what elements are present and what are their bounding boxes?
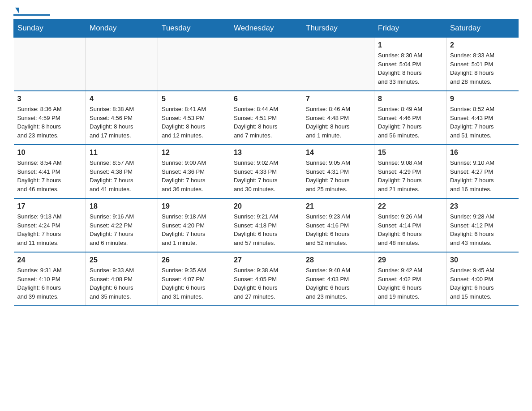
day-cell: 3Sunrise: 8:36 AM Sunset: 4:59 PM Daylig… xyxy=(14,91,86,145)
day-cell: 8Sunrise: 8:49 AM Sunset: 4:46 PM Daylig… xyxy=(374,91,446,145)
day-cell: 30Sunrise: 9:45 AM Sunset: 4:00 PM Dayli… xyxy=(446,252,519,306)
day-cell: 16Sunrise: 9:10 AM Sunset: 4:27 PM Dayli… xyxy=(446,145,519,198)
day-cell: 12Sunrise: 9:00 AM Sunset: 4:36 PM Dayli… xyxy=(158,145,230,198)
day-number: 12 xyxy=(162,149,226,157)
day-cell: 13Sunrise: 9:02 AM Sunset: 4:33 PM Dayli… xyxy=(230,145,302,198)
day-info: Sunrise: 9:02 AM Sunset: 4:33 PM Dayligh… xyxy=(234,158,298,193)
day-cell: 14Sunrise: 9:05 AM Sunset: 4:31 PM Dayli… xyxy=(302,145,374,198)
day-number: 24 xyxy=(17,256,82,264)
day-info: Sunrise: 8:57 AM Sunset: 4:38 PM Dayligh… xyxy=(90,158,154,193)
day-info: Sunrise: 8:36 AM Sunset: 4:59 PM Dayligh… xyxy=(17,105,82,140)
day-number: 9 xyxy=(450,95,515,103)
calendar-body: 1Sunrise: 8:30 AM Sunset: 5:04 PM Daylig… xyxy=(14,38,519,306)
day-info: Sunrise: 9:28 AM Sunset: 4:12 PM Dayligh… xyxy=(450,212,515,247)
header-sunday: Sunday xyxy=(14,19,86,38)
day-number: 11 xyxy=(90,149,154,157)
day-cell: 22Sunrise: 9:26 AM Sunset: 4:14 PM Dayli… xyxy=(374,198,446,252)
calendar-table: SundayMondayTuesdayWednesdayThursdayFrid… xyxy=(13,19,519,306)
day-info: Sunrise: 8:30 AM Sunset: 5:04 PM Dayligh… xyxy=(378,51,442,86)
day-number: 27 xyxy=(234,256,298,264)
day-number: 29 xyxy=(378,256,442,264)
day-cell: 11Sunrise: 8:57 AM Sunset: 4:38 PM Dayli… xyxy=(86,145,158,198)
day-cell: 25Sunrise: 9:33 AM Sunset: 4:08 PM Dayli… xyxy=(86,252,158,306)
day-cell: 15Sunrise: 9:08 AM Sunset: 4:29 PM Dayli… xyxy=(374,145,446,198)
day-cell: 7Sunrise: 8:46 AM Sunset: 4:48 PM Daylig… xyxy=(302,91,374,145)
day-number: 1 xyxy=(378,41,442,49)
day-info: Sunrise: 8:38 AM Sunset: 4:56 PM Dayligh… xyxy=(90,105,154,140)
day-number: 20 xyxy=(234,202,298,210)
day-number: 26 xyxy=(162,256,226,264)
day-number: 16 xyxy=(450,149,515,157)
day-cell: 20Sunrise: 9:21 AM Sunset: 4:18 PM Dayli… xyxy=(230,198,302,252)
logo xyxy=(13,9,50,14)
day-cell: 28Sunrise: 9:40 AM Sunset: 4:03 PM Dayli… xyxy=(302,252,374,306)
day-number: 21 xyxy=(306,202,370,210)
logo-triangle-icon xyxy=(15,8,19,14)
day-cell xyxy=(158,38,230,91)
day-number: 19 xyxy=(162,202,226,210)
header-row: SundayMondayTuesdayWednesdayThursdayFrid… xyxy=(14,19,519,38)
header-wednesday: Wednesday xyxy=(230,19,302,38)
day-number: 28 xyxy=(306,256,370,264)
day-cell: 17Sunrise: 9:13 AM Sunset: 4:24 PM Dayli… xyxy=(14,198,86,252)
day-cell: 27Sunrise: 9:38 AM Sunset: 4:05 PM Dayli… xyxy=(230,252,302,306)
day-number: 13 xyxy=(234,149,298,157)
day-cell xyxy=(230,38,302,91)
day-info: Sunrise: 9:26 AM Sunset: 4:14 PM Dayligh… xyxy=(378,212,442,247)
week-row-0: 1Sunrise: 8:30 AM Sunset: 5:04 PM Daylig… xyxy=(14,38,519,91)
day-info: Sunrise: 9:16 AM Sunset: 4:22 PM Dayligh… xyxy=(90,212,154,247)
day-info: Sunrise: 9:40 AM Sunset: 4:03 PM Dayligh… xyxy=(306,266,370,301)
day-number: 2 xyxy=(450,41,515,49)
day-info: Sunrise: 9:38 AM Sunset: 4:05 PM Dayligh… xyxy=(234,266,298,301)
day-cell: 5Sunrise: 8:41 AM Sunset: 4:53 PM Daylig… xyxy=(158,91,230,145)
day-cell: 9Sunrise: 8:52 AM Sunset: 4:43 PM Daylig… xyxy=(446,91,519,145)
day-info: Sunrise: 8:41 AM Sunset: 4:53 PM Dayligh… xyxy=(162,105,226,140)
day-cell: 23Sunrise: 9:28 AM Sunset: 4:12 PM Dayli… xyxy=(446,198,519,252)
week-row-1: 3Sunrise: 8:36 AM Sunset: 4:59 PM Daylig… xyxy=(14,91,519,145)
day-number: 8 xyxy=(378,95,442,103)
day-info: Sunrise: 8:33 AM Sunset: 5:01 PM Dayligh… xyxy=(450,51,515,86)
week-row-3: 17Sunrise: 9:13 AM Sunset: 4:24 PM Dayli… xyxy=(14,198,519,252)
day-cell: 19Sunrise: 9:18 AM Sunset: 4:20 PM Dayli… xyxy=(158,198,230,252)
day-info: Sunrise: 9:18 AM Sunset: 4:20 PM Dayligh… xyxy=(162,212,226,247)
day-info: Sunrise: 9:31 AM Sunset: 4:10 PM Dayligh… xyxy=(17,266,82,301)
header xyxy=(13,9,519,14)
day-info: Sunrise: 9:00 AM Sunset: 4:36 PM Dayligh… xyxy=(162,158,226,193)
calendar-header: SundayMondayTuesdayWednesdayThursdayFrid… xyxy=(14,19,519,38)
day-info: Sunrise: 9:08 AM Sunset: 4:29 PM Dayligh… xyxy=(378,158,442,193)
header-saturday: Saturday xyxy=(446,19,519,38)
day-number: 17 xyxy=(17,202,82,210)
day-number: 7 xyxy=(306,95,370,103)
day-cell: 18Sunrise: 9:16 AM Sunset: 4:22 PM Dayli… xyxy=(86,198,158,252)
day-info: Sunrise: 9:42 AM Sunset: 4:02 PM Dayligh… xyxy=(378,266,442,301)
day-cell: 4Sunrise: 8:38 AM Sunset: 4:56 PM Daylig… xyxy=(86,91,158,145)
header-thursday: Thursday xyxy=(302,19,374,38)
day-cell: 2Sunrise: 8:33 AM Sunset: 5:01 PM Daylig… xyxy=(446,38,519,91)
day-number: 15 xyxy=(378,149,442,157)
day-number: 25 xyxy=(90,256,154,264)
day-info: Sunrise: 9:35 AM Sunset: 4:07 PM Dayligh… xyxy=(162,266,226,301)
day-info: Sunrise: 8:49 AM Sunset: 4:46 PM Dayligh… xyxy=(378,105,442,140)
day-cell: 10Sunrise: 8:54 AM Sunset: 4:41 PM Dayli… xyxy=(14,145,86,198)
day-info: Sunrise: 8:52 AM Sunset: 4:43 PM Dayligh… xyxy=(450,105,515,140)
day-number: 23 xyxy=(450,202,515,210)
day-cell: 21Sunrise: 9:23 AM Sunset: 4:16 PM Dayli… xyxy=(302,198,374,252)
day-number: 3 xyxy=(17,95,82,103)
day-info: Sunrise: 8:46 AM Sunset: 4:48 PM Dayligh… xyxy=(306,105,370,140)
week-row-4: 24Sunrise: 9:31 AM Sunset: 4:10 PM Dayli… xyxy=(14,252,519,306)
day-number: 14 xyxy=(306,149,370,157)
day-info: Sunrise: 8:54 AM Sunset: 4:41 PM Dayligh… xyxy=(17,158,82,193)
day-info: Sunrise: 9:21 AM Sunset: 4:18 PM Dayligh… xyxy=(234,212,298,247)
day-info: Sunrise: 9:13 AM Sunset: 4:24 PM Dayligh… xyxy=(17,212,82,247)
day-info: Sunrise: 8:44 AM Sunset: 4:51 PM Dayligh… xyxy=(234,105,298,140)
day-number: 22 xyxy=(378,202,442,210)
day-info: Sunrise: 9:05 AM Sunset: 4:31 PM Dayligh… xyxy=(306,158,370,193)
day-cell: 1Sunrise: 8:30 AM Sunset: 5:04 PM Daylig… xyxy=(374,38,446,91)
day-cell: 24Sunrise: 9:31 AM Sunset: 4:10 PM Dayli… xyxy=(14,252,86,306)
day-cell xyxy=(14,38,86,91)
week-row-2: 10Sunrise: 8:54 AM Sunset: 4:41 PM Dayli… xyxy=(14,145,519,198)
day-info: Sunrise: 9:10 AM Sunset: 4:27 PM Dayligh… xyxy=(450,158,515,193)
day-cell xyxy=(302,38,374,91)
day-cell: 29Sunrise: 9:42 AM Sunset: 4:02 PM Dayli… xyxy=(374,252,446,306)
day-number: 4 xyxy=(90,95,154,103)
